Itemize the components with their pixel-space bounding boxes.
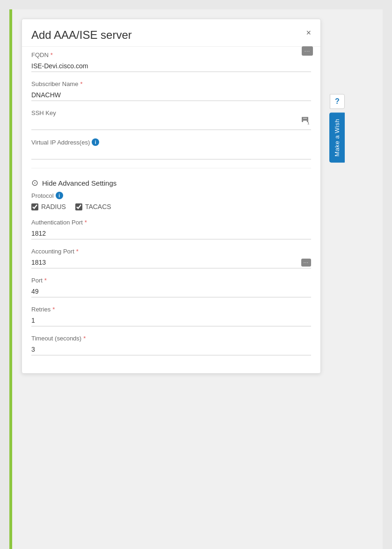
- advanced-settings-label: Hide Advanced Settings: [42, 179, 116, 187]
- radius-label: RADIUS: [41, 203, 66, 210]
- dialog-header: Add AAA/ISE server × ···: [22, 19, 320, 47]
- svg-rect-2: [304, 118, 305, 119]
- close-button[interactable]: ×: [304, 27, 313, 39]
- ssh-key-input[interactable]: [31, 118, 311, 130]
- section-divider: [31, 168, 311, 168]
- accounting-port-field: Accounting Port* ···: [31, 248, 311, 268]
- timeout-required-star: *: [83, 335, 86, 342]
- fqdn-input[interactable]: [31, 60, 311, 72]
- auth-port-required-star: *: [85, 219, 87, 226]
- fqdn-label: FQDN*: [31, 51, 311, 58]
- retries-required-star: *: [52, 306, 55, 313]
- make-a-wish-button[interactable]: Make a Wish: [329, 113, 345, 163]
- radius-checkbox-item[interactable]: RADIUS: [31, 203, 66, 210]
- virtual-ip-label: Virtual IP Address(es) i: [31, 138, 311, 146]
- timeout-label: Timeout (seconds)*: [31, 335, 311, 342]
- tacacs-checkbox[interactable]: [75, 203, 82, 210]
- retries-label: Retries*: [31, 306, 311, 313]
- port-field: Port*: [31, 277, 311, 297]
- auth-port-field: Authentication Port*: [31, 219, 311, 239]
- timeout-field: Timeout (seconds)*: [31, 335, 311, 355]
- virtual-ip-input[interactable]: [31, 148, 311, 159]
- port-input[interactable]: [31, 286, 311, 297]
- protocol-info-icon[interactable]: i: [56, 192, 63, 199]
- tacacs-label: TACACS: [85, 203, 111, 210]
- port-required-star: *: [44, 277, 47, 284]
- virtual-ip-info-icon[interactable]: i: [92, 138, 99, 146]
- more-options-button[interactable]: ···: [302, 46, 313, 56]
- dialog-body: FQDN* Subscriber Name* SSH Key: [22, 47, 320, 373]
- accounting-port-required-star: *: [76, 248, 79, 255]
- protocol-field: Protocol i RADIUS TACACS: [31, 192, 311, 210]
- accounting-port-more-icon[interactable]: ···: [301, 259, 311, 267]
- ssh-key-icon[interactable]: 1: [301, 116, 311, 128]
- retries-field: Retries*: [31, 306, 311, 326]
- port-label: Port*: [31, 277, 311, 284]
- help-button[interactable]: ?: [330, 94, 345, 109]
- retries-input[interactable]: [31, 315, 311, 326]
- radius-checkbox[interactable]: [31, 203, 38, 210]
- subscriber-name-field: Subscriber Name*: [31, 80, 311, 101]
- ssh-key-input-wrapper: 1: [31, 118, 311, 130]
- fqdn-required-star: *: [51, 51, 53, 58]
- svg-rect-3: [305, 118, 306, 119]
- fqdn-field: FQDN*: [31, 51, 311, 72]
- auth-port-input[interactable]: [31, 228, 311, 239]
- subscriber-required-star: *: [80, 80, 82, 87]
- ssh-key-label: SSH Key: [31, 109, 311, 116]
- add-aaa-ise-dialog: Add AAA/ISE server × ··· FQDN* Subscribe…: [22, 19, 321, 374]
- protocol-checkbox-group: RADIUS TACACS: [31, 203, 311, 210]
- ssh-key-field: SSH Key 1: [31, 109, 311, 130]
- accounting-port-input-wrapper: ···: [31, 257, 311, 268]
- subscriber-name-label: Subscriber Name*: [31, 80, 311, 87]
- dialog-title: Add AAA/ISE server: [31, 29, 302, 42]
- advanced-settings-toggle[interactable]: ⊙ Hide Advanced Settings: [31, 172, 311, 192]
- virtual-ip-field: Virtual IP Address(es) i: [31, 138, 311, 159]
- timeout-input[interactable]: [31, 344, 311, 355]
- tacacs-checkbox-item[interactable]: TACACS: [75, 203, 111, 210]
- toggle-collapse-icon: ⊙: [31, 178, 38, 188]
- svg-text:1: 1: [307, 121, 310, 125]
- accounting-port-label: Accounting Port*: [31, 248, 311, 255]
- protocol-label: Protocol i: [31, 192, 311, 199]
- accounting-port-input[interactable]: [31, 257, 311, 268]
- svg-rect-1: [303, 121, 307, 123]
- subscriber-name-input[interactable]: [31, 89, 311, 101]
- auth-port-label: Authentication Port*: [31, 219, 311, 226]
